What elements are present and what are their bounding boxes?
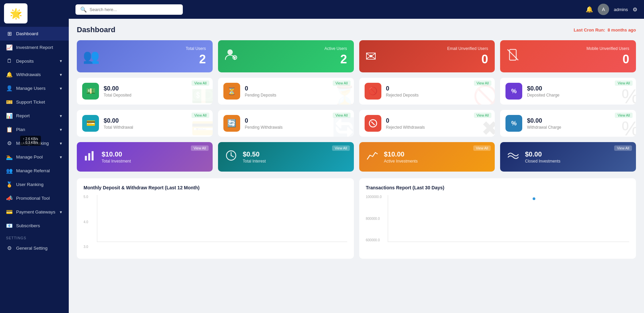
total-interest-icon (225, 149, 237, 165)
withdrawals-icon: 🔔 (6, 71, 13, 78)
rlabel-3: 600000.0 (366, 238, 382, 242)
withdrawal-charge-amount: $0.00 (527, 117, 631, 124)
ylabel-4: 4.0 (84, 220, 88, 224)
deposited-charge-icon: % (505, 83, 522, 100)
mini-card-pending-withdrawals: 🔄 0 Pending Withdrawals View All 🔄 (218, 110, 354, 137)
mini-card-rejected-deposits: 🚫 0 Rejected Deposits View All 🚫 (359, 78, 495, 105)
sidebar-logo: 🌟 (0, 0, 69, 27)
total-interest-info: $0.50 Total Interest (243, 150, 347, 164)
big-card-total-investment: $10.00 Total Investment View All (77, 142, 213, 172)
big-card-total-interest: $0.50 Total Interest View All (218, 142, 354, 172)
page-header: Dashboard Last Cron Run: 8 months ago (77, 25, 636, 34)
big-card-active-investments: $10.00 Active Investments View All (359, 142, 495, 172)
logo-box: 🌟 (4, 3, 28, 23)
total-withdrawal-decor: 💳 (191, 116, 213, 137)
sidebar-item-subscribers[interactable]: 📧 Subscribers (0, 219, 69, 233)
cron-label: Last Cron Run: (574, 27, 605, 33)
sidebar-item-user-ranking[interactable]: 🏅 User Ranking (0, 178, 69, 191)
active-investments-info: $10.00 Active Investments (384, 150, 488, 164)
stat-card-mobile-unverified: Mobile Unverified Users 0 (500, 40, 636, 72)
total-interest-viewall[interactable]: View All (332, 145, 350, 151)
rejected-deposits-decor: 🚫 (473, 84, 495, 105)
withdrawal-charge-info: $0.00 Withdrawal Charge (527, 117, 631, 130)
active-investments-amount: $10.00 (384, 150, 488, 158)
chart-monthly-area: 5.0 4.0 3.0 (84, 195, 347, 249)
sidebar-label-manage-users: Manage Users (16, 86, 46, 91)
settings-section-label: SETTINGS (0, 233, 69, 241)
report-chevron: ▼ (59, 114, 63, 118)
sidebar-item-manage-users[interactable]: 👤 Manage Users ▼ (0, 81, 69, 95)
sidebar-item-deposits[interactable]: 🗒 Deposits ▼ (0, 54, 69, 68)
email-unverified-icon: ✉ (365, 49, 377, 64)
rlabel-1: 1000000.0 (366, 195, 382, 199)
sidebar-label-subscribers: Subscribers (16, 223, 40, 228)
chart-transactions-title: Transactions Report (Last 30 Days) (366, 185, 630, 190)
manage-users-icon: 👤 (6, 85, 13, 91)
total-investment-label: Total Investment (102, 159, 206, 164)
topbar: 🔍 🔔 A admins ⚙ (69, 0, 644, 19)
total-investment-info: $10.00 Total Investment (102, 150, 206, 164)
active-users-value: 2 (225, 52, 347, 66)
stat-cards-row: Total Users 2 👥 Active Users 2 Email (77, 40, 636, 72)
manage-pool-chevron: ▼ (59, 155, 63, 159)
rejected-withdrawals-label: Rejected Withdrawals (386, 125, 490, 130)
mini-card-pending-deposits: ⏳ 0 Pending Deposits View All ⏳ (218, 78, 354, 105)
closed-investments-icon (507, 149, 520, 165)
sidebar-label-deposits: Deposits (16, 59, 34, 64)
topbar-settings-icon[interactable]: ⚙ (633, 6, 637, 13)
svg-point-0 (227, 50, 233, 55)
svg-rect-6 (85, 156, 87, 161)
sidebar-item-dashboard[interactable]: ⊞ Dashboard (0, 27, 69, 41)
rejected-withdrawals-icon (365, 115, 381, 132)
svg-rect-7 (88, 153, 90, 161)
support-ticket-icon: 🎫 (6, 99, 13, 105)
manage-staking-icon: ⚙ (6, 140, 13, 146)
network-up: ↑ 2.6 KB/s (23, 137, 38, 141)
rlabel-2: 800000.0 (366, 217, 382, 221)
total-users-icon: 👥 (83, 49, 100, 64)
sidebar-item-support-ticket[interactable]: 🎫 Support Ticket (0, 95, 69, 109)
search-input[interactable] (90, 7, 178, 12)
closed-investments-viewall[interactable]: View All (614, 145, 632, 151)
plan-chevron: ▼ (59, 128, 63, 132)
cron-info: Last Cron Run: 8 months ago (574, 27, 636, 33)
admin-name: admins (614, 7, 628, 12)
mini-card-total-deposited: 💵 $0.00 Total Deposited View All 💵 (77, 78, 213, 105)
chart-monthly-ylabels: 5.0 4.0 3.0 (84, 195, 91, 249)
svg-line-11 (231, 155, 233, 157)
mini-card-total-withdrawal: 💳 $0.00 Total Withdrawal View All 💳 (77, 110, 213, 137)
active-investments-viewall[interactable]: View All (473, 145, 491, 151)
pending-deposits-decor: ⏳ (332, 84, 354, 105)
sidebar-item-withdrawals[interactable]: 🔔 Withdrawals ▼ (0, 68, 69, 81)
pending-withdrawals-icon: 🔄 (223, 115, 240, 132)
total-interest-label: Total Interest (243, 159, 347, 164)
sidebar-item-payment-gateways[interactable]: 💳 Payment Gateways ▼ (0, 205, 69, 219)
charts-row: Monthly Deposit & Withdraw Report (Last … (77, 178, 636, 259)
sidebar: 🌟 ⊞ Dashboard 📈 Investment Report 🗒 Depo… (0, 0, 69, 313)
pending-withdrawals-decor: 🔄 (332, 116, 354, 137)
sidebar-label-user-ranking: User Ranking (16, 182, 44, 187)
mini-cards-row2: 💳 $0.00 Total Withdrawal View All 💳 🔄 0 … (77, 110, 636, 137)
chart-transactions-ylabels: 1000000.0 800000.0 600000.0 (366, 195, 382, 242)
subscribers-icon: 📧 (6, 223, 13, 229)
network-badge: ↑ 2.6 KB/s ↓ 0.3 KB/s (20, 136, 41, 146)
sidebar-item-plan[interactable]: 📋 Plan ▼ (0, 123, 69, 136)
sidebar-item-report[interactable]: 📊 Report ▼ (0, 109, 69, 123)
sidebar-item-promotional-tool[interactable]: 📣 Promotional Tool (0, 191, 69, 205)
sidebar-item-manage-referral[interactable]: 👥 Manage Referral (0, 164, 69, 178)
email-unverified-value: 0 (366, 52, 488, 66)
sidebar-item-investment-report[interactable]: 📈 Investment Report (0, 41, 69, 54)
ylabel-3: 3.0 (84, 245, 88, 249)
sidebar-item-general-setting[interactable]: ⚙ General Setting (0, 241, 69, 255)
mobile-unverified-icon (506, 48, 520, 65)
sidebar-item-manage-pool[interactable]: 🏊 Manage Pool ▼ (0, 150, 69, 164)
bell-icon[interactable]: 🔔 (586, 6, 593, 13)
total-investment-viewall[interactable]: View All (191, 145, 209, 151)
promotional-tool-icon: 📣 (6, 195, 13, 201)
manage-pool-icon: 🏊 (6, 154, 13, 160)
deposits-icon: 🗒 (6, 58, 13, 64)
search-box[interactable]: 🔍 (75, 4, 183, 15)
deposited-charge-label: Deposited Charge (527, 93, 631, 98)
rejected-withdrawals-decor: ✖ (481, 117, 495, 137)
rejected-withdrawals-info: 0 Rejected Withdrawals (386, 117, 490, 130)
